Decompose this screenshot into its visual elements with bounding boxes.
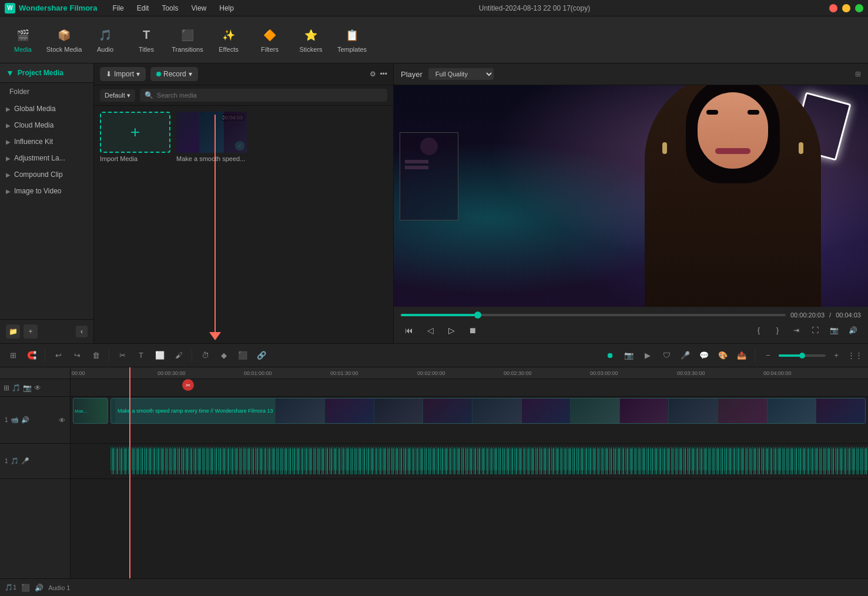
link-button[interactable]: 🔗	[253, 347, 270, 364]
play-tl-button[interactable]: ▶	[639, 347, 656, 364]
extract-button[interactable]: ⇥	[788, 322, 805, 339]
caption-button[interactable]: 💬	[696, 347, 712, 364]
camera-button[interactable]: 📷	[621, 347, 637, 364]
stickers-icon: ⭐	[303, 27, 319, 43]
ruler-mark-5: 00:02:30:00	[504, 370, 532, 376]
close-button[interactable]	[829, 4, 837, 12]
audio-expand-icon[interactable]: ⬛	[21, 584, 30, 592]
delete-button[interactable]: 🗑	[88, 347, 104, 364]
toolbar-stock-media[interactable]: 📦 Stock Media	[43, 19, 85, 61]
more-icon[interactable]: •••	[380, 70, 387, 78]
app-logo[interactable]: W Wondershare Filmora	[5, 3, 97, 14]
menu-edit[interactable]: Edit	[131, 2, 155, 14]
cut-button[interactable]: ✂	[114, 347, 130, 364]
colorgrade-button[interactable]: 🎨	[715, 347, 731, 364]
cam-icon[interactable]: 📷	[23, 384, 32, 392]
media-toolbar-right: ⚙ •••	[370, 70, 387, 78]
frame-back-button[interactable]: ◁	[422, 322, 438, 339]
record-button[interactable]: Record ▾	[150, 67, 198, 81]
sidebar-item-compound-clip[interactable]: ▶ Compound Clip	[0, 166, 93, 183]
crop-button[interactable]: ⬜	[152, 347, 168, 364]
search-input[interactable]	[157, 92, 383, 99]
mic-button[interactable]: 🎤	[677, 347, 693, 364]
expand-arrow-icon: ▶	[6, 106, 11, 112]
stop-button[interactable]: ⏹	[464, 322, 481, 339]
video-track-1: Mak... Make a smooth speed ramp every ti…	[71, 397, 868, 444]
play-button[interactable]: ▷	[443, 322, 460, 339]
sidebar-item-global-media[interactable]: ▶ Global Media	[0, 101, 93, 117]
video-clip-1[interactable]: Mak...	[73, 398, 108, 424]
magnetic-snap-button[interactable]: 🧲	[24, 347, 40, 364]
media-panel: ⬇ Import ▾ Record ▾ ⚙ ••• Default ▾ 🔍	[94, 63, 394, 343]
clip-text: Make a smooth speed ramp every time // W…	[118, 408, 273, 414]
toolbar-filters[interactable]: 🔶 Filters	[249, 19, 290, 61]
sidebar-collapse-button[interactable]: ‹	[76, 326, 88, 337]
quality-select[interactable]: Full Quality Half Quality Quarter Qualit…	[428, 68, 494, 80]
text-button[interactable]: T	[133, 347, 149, 364]
motion-button[interactable]: ⬛	[234, 347, 251, 364]
mark-out-button[interactable]: }	[769, 322, 786, 339]
mark-in-button[interactable]: {	[750, 322, 767, 339]
zoom-slider[interactable]	[779, 354, 826, 357]
sidebar-expand-icon[interactable]: ▼	[6, 68, 14, 78]
toolbar-effects[interactable]: ✨ Effects	[208, 19, 249, 61]
progress-bar[interactable]	[401, 314, 786, 316]
player-header: Player Full Quality Half Quality Quarter…	[394, 63, 868, 85]
menu-bar: W Wondershare Filmora File Edit Tools Vi…	[0, 0, 868, 16]
toolbar-templates[interactable]: 📋 Templates	[331, 19, 373, 61]
main-toolbar: 🎬 Media 📦 Stock Media 🎵 Audio T Titles ⬛…	[0, 16, 868, 63]
toolbar-transitions[interactable]: ⬛ Transitions	[167, 19, 208, 61]
eye-icon[interactable]: 👁	[34, 384, 41, 392]
menu-view[interactable]: View	[185, 2, 212, 14]
menu-tools[interactable]: Tools	[156, 2, 184, 14]
add-audio-icon[interactable]: 🎵	[12, 384, 21, 392]
filter-icon[interactable]: ⚙	[370, 70, 376, 78]
sidebar-folder[interactable]: Folder	[0, 83, 93, 101]
screenshot-button[interactable]: 📷	[826, 322, 842, 339]
video-clip-2[interactable]: Make a smooth speed ramp every time // W…	[110, 398, 866, 424]
add-button[interactable]: +	[24, 324, 38, 339]
undo-button[interactable]: ↩	[50, 347, 66, 364]
toolbar-titles[interactable]: T Titles	[126, 19, 167, 61]
minimize-button[interactable]	[842, 4, 850, 12]
media-icon: 🎬	[15, 27, 31, 43]
media-item-video[interactable]: 00:04:03 ✓ Make a smooth speed...	[176, 112, 247, 162]
toolbar-media[interactable]: 🎬 Media	[2, 19, 43, 61]
toolbar-audio[interactable]: 🎵 Audio	[85, 19, 126, 61]
menu-help[interactable]: Help	[213, 2, 240, 14]
sidebar-item-image-to-video[interactable]: ▶ Image to Video	[0, 183, 93, 199]
menu-file[interactable]: File	[106, 2, 129, 14]
media-item-import[interactable]: + Import Media	[100, 112, 170, 162]
fullscreen-button[interactable]: ⛶	[807, 322, 823, 339]
shield-button[interactable]: 🛡	[658, 347, 675, 364]
scene-detect-button[interactable]: ⊞	[5, 347, 21, 364]
default-view-button[interactable]: Default ▾	[100, 89, 135, 102]
zoom-fill	[779, 354, 802, 357]
eye-track-icon: 👁	[59, 417, 65, 424]
timeline-playhead[interactable]: ✂	[129, 367, 130, 578]
maximize-button[interactable]	[855, 4, 863, 12]
export-button[interactable]: 📤	[733, 347, 750, 364]
step-back-button[interactable]: ⏮	[401, 322, 417, 339]
keyframe-button[interactable]: ◆	[216, 347, 232, 364]
record-tl-button[interactable]: ⏺	[602, 347, 618, 364]
grid-icon[interactable]: ⊞	[855, 70, 861, 78]
mic-track-icon: 🎤	[21, 457, 29, 465]
paint-button[interactable]: 🖌	[170, 347, 187, 364]
sidebar-item-cloud-media[interactable]: ▶ Cloud Media	[0, 117, 93, 133]
sidebar-item-influence-kit[interactable]: ▶ Influence Kit	[0, 133, 93, 150]
volume-button[interactable]: 🔊	[844, 322, 861, 339]
layout-button[interactable]: ⋮⋮	[847, 347, 863, 364]
ruler-mark-0: 00:00	[72, 370, 85, 376]
ruler-mark-8: 00:04:00:00	[763, 370, 792, 376]
zoom-in-button[interactable]: +	[828, 347, 844, 364]
new-folder-button[interactable]: 📁	[6, 324, 20, 339]
sidebar-item-adjustment-layer[interactable]: ▶ Adjustment La...	[0, 150, 93, 166]
redo-button[interactable]: ↪	[69, 347, 85, 364]
import-button[interactable]: ⬇ Import ▾	[100, 67, 146, 81]
audio-volume-icon[interactable]: 🔊	[35, 584, 43, 592]
toolbar-stickers[interactable]: ⭐ Stickers	[290, 19, 331, 61]
speed-button[interactable]: ⏱	[197, 347, 213, 364]
add-track-icon[interactable]: ⊞	[4, 384, 9, 392]
zoom-out-button[interactable]: −	[760, 347, 776, 364]
